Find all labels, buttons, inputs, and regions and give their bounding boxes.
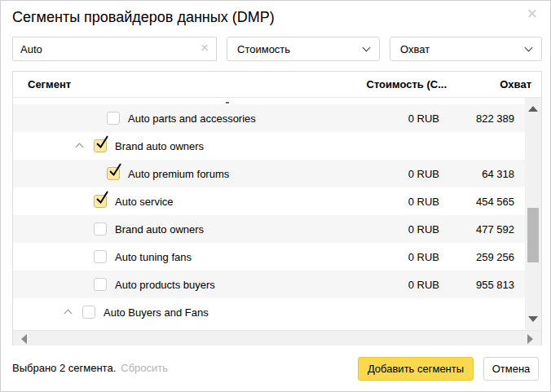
collapse-icon[interactable] xyxy=(76,143,83,150)
scroll-down-icon[interactable] xyxy=(528,316,538,322)
segment-cost: 0 RUB xyxy=(374,279,439,291)
cancel-button[interactable]: Отмена xyxy=(483,357,539,381)
clipped-text-fragment xyxy=(226,102,229,104)
segment-label: Auto parts and accessories xyxy=(128,112,256,125)
dmp-segments-dialog: Сегменты провайдеров данных (DMP) × × Ст… xyxy=(0,0,551,392)
checkbox-checked[interactable] xyxy=(94,139,107,152)
segment-label: Auto tuning fans xyxy=(115,251,192,263)
collapse-icon[interactable] xyxy=(64,309,72,316)
segment-label: Auto service xyxy=(115,196,174,208)
checkbox-unchecked[interactable] xyxy=(82,306,95,319)
segment-reach: 64 318 xyxy=(439,168,525,180)
table-row[interactable]: Auto service 0 RUB 454 565 xyxy=(13,187,525,215)
segment-reach: 822 389 xyxy=(439,112,525,125)
checkbox-checked[interactable] xyxy=(94,195,107,208)
scroll-left-icon[interactable] xyxy=(21,334,27,344)
segment-label: Brand auto owners xyxy=(115,140,204,152)
segment-cost: 0 RUB xyxy=(374,112,439,125)
table-row[interactable]: Brand auto owners xyxy=(13,132,525,160)
segment-cost: 0 RUB xyxy=(374,251,439,263)
column-header-segment: Сегмент xyxy=(13,78,341,90)
chevron-down-icon xyxy=(363,43,371,51)
table-row[interactable]: Auto tuning fans 0 RUB 259 256 xyxy=(13,243,525,271)
table-row[interactable]: Auto products buyers 0 RUB 955 813 xyxy=(13,271,525,298)
selection-count-text: Выбрано 2 сегмента. xyxy=(12,362,116,374)
vertical-scrollbar-thumb[interactable] xyxy=(527,208,539,262)
segment-reach: 454 565 xyxy=(439,196,525,208)
scroll-right-icon[interactable] xyxy=(527,334,533,344)
scroll-up-icon[interactable] xyxy=(528,106,538,112)
close-icon[interactable]: × xyxy=(522,4,542,24)
reach-dropdown-label: Охват xyxy=(400,43,430,55)
filter-bar: × Стоимость Охват xyxy=(12,37,542,61)
chevron-down-icon xyxy=(525,43,533,51)
horizontal-scrollbar[interactable] xyxy=(13,330,541,346)
add-segments-button[interactable]: Добавить сегменты xyxy=(358,357,474,381)
segment-reach: 477 592 xyxy=(439,223,525,236)
selection-summary: Выбрано 2 сегмента.Сбросить xyxy=(12,362,168,374)
clipped-row xyxy=(13,98,541,104)
vertical-scrollbar[interactable] xyxy=(525,98,541,330)
search-box: × xyxy=(12,37,217,61)
segment-reach: 259 256 xyxy=(439,251,525,263)
cost-dropdown[interactable]: Стоимость xyxy=(227,37,380,61)
checkbox-checked[interactable] xyxy=(107,167,120,180)
segment-label: Auto premium forums xyxy=(128,168,229,180)
cost-dropdown-label: Стоимость xyxy=(237,43,290,55)
table-row[interactable]: Auto premium forums 0 RUB 64 318 xyxy=(13,160,525,187)
reset-selection-link[interactable]: Сбросить xyxy=(121,362,168,374)
column-header-cost: Стоимость (С... xyxy=(341,78,447,90)
segment-cost: 0 RUB xyxy=(374,168,439,180)
segment-label: Auto products buyers xyxy=(115,279,215,291)
table-row[interactable]: Brand auto owners 0 RUB 477 592 xyxy=(13,215,525,243)
checkbox-unchecked[interactable] xyxy=(107,112,120,125)
checkbox-unchecked[interactable] xyxy=(94,250,107,263)
search-input[interactable] xyxy=(12,37,217,61)
dialog-title: Сегменты провайдеров данных (DMP) xyxy=(12,7,275,27)
table-row[interactable]: Auto parts and accessories 0 RUB 822 389 xyxy=(13,104,525,132)
table-body: Auto parts and accessories 0 RUB 822 389… xyxy=(13,98,541,330)
checkbox-unchecked[interactable] xyxy=(94,278,107,291)
clear-search-icon[interactable]: × xyxy=(198,42,211,55)
segment-label: Auto Buyers and Fans xyxy=(104,306,209,319)
table-row[interactable]: Auto Buyers and Fans xyxy=(13,298,525,326)
checkbox-unchecked[interactable] xyxy=(94,222,107,236)
column-header-reach: Охват xyxy=(447,78,541,90)
reach-dropdown[interactable]: Охват xyxy=(390,37,542,61)
segment-label: Brand auto owners xyxy=(115,223,204,236)
table-header: Сегмент Стоимость (С... Охват xyxy=(13,72,541,98)
checkmark-icon xyxy=(95,192,109,206)
dialog-footer: Выбрано 2 сегмента.Сбросить Добавить сег… xyxy=(1,346,550,391)
segments-table: Сегмент Стоимость (С... Охват Auto parts… xyxy=(12,71,542,347)
segment-cost: 0 RUB xyxy=(374,223,439,236)
segment-cost: 0 RUB xyxy=(374,196,439,208)
checkmark-icon xyxy=(95,136,109,151)
checkmark-icon xyxy=(108,164,122,178)
segment-reach: 955 813 xyxy=(439,279,525,291)
